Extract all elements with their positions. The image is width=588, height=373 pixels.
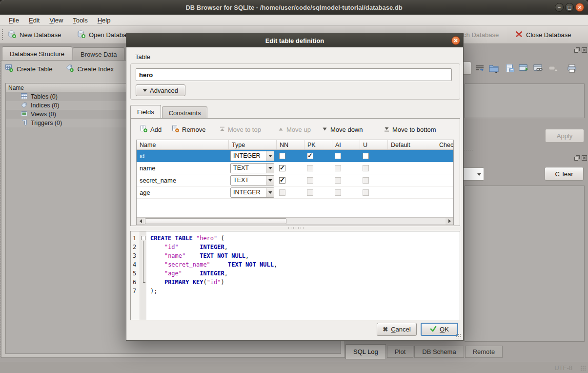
encoding-label[interactable]: UTF-8 <box>554 364 572 372</box>
create-index-button[interactable]: Create Index <box>66 64 113 73</box>
column-header-nn[interactable]: NN <box>277 140 304 149</box>
type-combobox[interactable]: INTEGER <box>230 151 274 161</box>
apply-cell-icon[interactable] <box>518 62 530 74</box>
fold-collapse-icon[interactable] <box>141 236 145 240</box>
default-cell[interactable] <box>388 174 436 186</box>
field-name[interactable]: id <box>137 150 229 162</box>
tab-database-structure[interactable]: Database Structure <box>2 46 72 61</box>
link-cell-icon[interactable] <box>533 62 545 74</box>
nn-checkbox[interactable] <box>279 165 285 171</box>
field-name[interactable]: name <box>137 162 229 174</box>
export-file-icon[interactable] <box>504 62 516 74</box>
dock-handle[interactable] <box>0 60 1 358</box>
bottom-tab-remote[interactable]: Remote <box>465 346 503 358</box>
field-row-secret_name[interactable]: secret_nameTEXT <box>137 174 453 186</box>
type-combobox[interactable]: TEXT <box>230 175 274 186</box>
cell-editor-textarea[interactable] <box>465 83 585 118</box>
u-checkbox[interactable] <box>363 165 369 171</box>
ai-checkbox[interactable] <box>335 153 341 159</box>
check-cell[interactable] <box>436 174 454 186</box>
field-row-age[interactable]: ageINTEGER <box>137 186 453 199</box>
pk-checkbox[interactable] <box>307 165 313 171</box>
scroll-right-icon[interactable] <box>446 218 453 225</box>
menu-view[interactable]: View <box>44 15 68 25</box>
resize-grip[interactable] <box>580 365 586 371</box>
u-checkbox[interactable] <box>363 189 369 196</box>
default-cell[interactable] <box>388 150 436 162</box>
tab-constraints[interactable]: Constraints <box>162 106 208 119</box>
sql-code[interactable]: CREATE TABLE "hero" ( "id" INTEGER, "nam… <box>146 231 460 320</box>
table-name-input[interactable] <box>136 68 452 81</box>
check-cell[interactable] <box>436 162 454 174</box>
print-icon[interactable] <box>566 62 578 74</box>
column-header-check[interactable]: Check <box>436 140 454 149</box>
menu-edit[interactable]: Edit <box>24 15 44 25</box>
tab-browse-data[interactable]: Browse Data <box>73 47 124 61</box>
scrollbar-thumb[interactable] <box>145 218 286 224</box>
import-file-icon[interactable] <box>488 62 500 74</box>
dialog-splitter[interactable] <box>287 227 304 229</box>
check-cell[interactable] <box>436 150 454 162</box>
remove-field-button[interactable]: Remove <box>172 123 205 136</box>
close-database-button[interactable]: Close Database <box>512 29 574 41</box>
move-up-button[interactable]: Move up <box>278 123 311 136</box>
minimize-button[interactable]: − <box>555 3 564 12</box>
pk-checkbox[interactable] <box>307 153 313 159</box>
nn-checkbox[interactable] <box>279 189 285 196</box>
dock-close-icon[interactable] <box>581 155 587 161</box>
type-combobox[interactable]: INTEGER <box>230 187 274 198</box>
apply-button[interactable]: Apply <box>545 129 584 143</box>
dock-close-icon[interactable] <box>581 47 587 53</box>
toolbar-grip[interactable] <box>1 29 4 41</box>
check-cell[interactable] <box>436 186 454 198</box>
move-down-button[interactable]: Move down <box>322 123 363 136</box>
bottom-tab-db-schema[interactable]: DB Schema <box>414 346 464 358</box>
add-field-button[interactable]: Add <box>140 123 162 136</box>
type-combobox[interactable]: TEXT <box>230 163 274 173</box>
column-header-u[interactable]: U <box>360 140 388 149</box>
column-header-ai[interactable]: AI <box>332 140 360 149</box>
dock-float-icon[interactable] <box>574 155 580 161</box>
menu-help[interactable]: Help <box>93 15 116 25</box>
ai-checkbox[interactable] <box>335 189 341 196</box>
horizontal-scrollbar[interactable] <box>137 217 453 225</box>
tab-fields[interactable]: Fields <box>130 105 161 119</box>
u-checkbox[interactable] <box>363 153 369 159</box>
nn-checkbox[interactable] <box>279 153 285 159</box>
dialog-close-button[interactable]: ✕ <box>451 36 460 45</box>
word-wrap-icon[interactable] <box>474 62 486 74</box>
move-to-top-button[interactable]: Move to top <box>220 123 261 136</box>
bottom-tab-sql-log[interactable]: SQL Log <box>345 344 386 359</box>
field-name[interactable]: age <box>137 186 229 198</box>
dock-float-icon[interactable] <box>574 47 580 53</box>
field-name[interactable]: secret_name <box>137 174 229 186</box>
column-header-name[interactable]: Name <box>137 140 229 149</box>
column-header-type[interactable]: Type <box>229 140 277 149</box>
default-cell[interactable] <box>388 162 436 174</box>
field-row-id[interactable]: idINTEGER <box>137 150 453 162</box>
dialog-resize-grip[interactable] <box>456 333 461 338</box>
cancel-button[interactable]: ✖ Cancel <box>377 323 417 336</box>
menu-file[interactable]: File <box>4 15 24 25</box>
sql-log-view[interactable] <box>465 186 585 342</box>
ai-checkbox[interactable] <box>335 165 341 171</box>
field-row-name[interactable]: nameTEXT <box>137 162 453 174</box>
create-table-button[interactable]: Create Table <box>5 64 52 73</box>
maximize-button[interactable]: ◻ <box>565 3 574 12</box>
ok-button[interactable]: OK <box>421 323 458 336</box>
menu-tools[interactable]: Tools <box>68 15 92 25</box>
default-cell[interactable] <box>388 186 436 198</box>
bottom-tab-plot[interactable]: Plot <box>387 346 413 358</box>
u-checkbox[interactable] <box>363 177 369 184</box>
ai-checkbox[interactable] <box>335 177 341 184</box>
pk-checkbox[interactable] <box>307 189 313 196</box>
new-database-button[interactable]: New Database <box>5 29 64 41</box>
clear-log-button[interactable]: Clear <box>545 167 584 181</box>
window-close-button[interactable]: ✕ <box>575 3 584 12</box>
scroll-left-icon[interactable] <box>137 218 144 225</box>
nn-checkbox[interactable] <box>279 177 285 184</box>
move-to-bottom-button[interactable]: Move to bottom <box>384 123 436 136</box>
column-header-default[interactable]: Default <box>388 140 436 149</box>
advanced-toggle-button[interactable]: Advanced <box>136 84 185 96</box>
set-null-icon[interactable] <box>547 62 559 74</box>
